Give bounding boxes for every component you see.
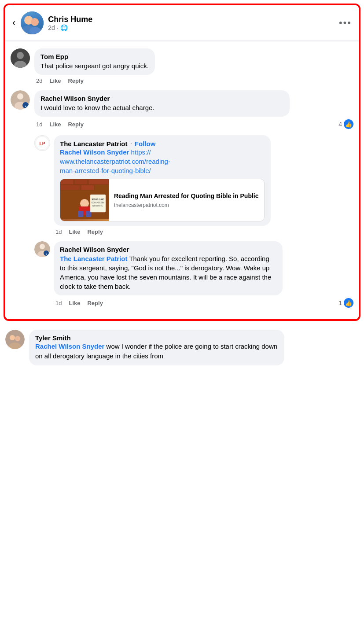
post-meta: 2d · 🌐 <box>48 24 339 31</box>
svg-point-8 <box>17 93 23 99</box>
svg-rect-16 <box>60 179 74 184</box>
dot-separator: · <box>130 140 132 147</box>
back-button[interactable]: ‹ <box>12 17 15 29</box>
comment-actions: 1d Like Reply <box>54 228 271 235</box>
comment-actions: 2d Like Reply <box>34 77 155 84</box>
comment-time: 1d <box>55 300 62 306</box>
svg-text:NO MORE: NO MORE <box>92 204 103 207</box>
article-title: Reading Man Arrested for Quoting Bible i… <box>114 192 259 200</box>
reply-button[interactable]: Reply <box>68 77 83 84</box>
reply-button[interactable]: Reply <box>87 300 103 306</box>
comment-bubble: The Lancaster Patriot · Follow Rachel Wi… <box>54 135 271 226</box>
like-button[interactable]: Like <box>69 300 80 306</box>
comment-text: I would love to know the actual charge. <box>40 103 283 112</box>
svg-rect-23 <box>78 211 83 217</box>
lp-header: The Lancaster Patriot · Follow <box>60 140 265 147</box>
bottom-comments-section: Tyler Smith Rachel Wilson Snyder wow I w… <box>0 324 364 365</box>
article-preview[interactable]: JESUS SAID GO AND SIN NO MORE Reading Ma… <box>60 179 265 221</box>
svg-text:JESUS SAID: JESUS SAID <box>91 198 104 201</box>
poster-name: Chris Hume <box>48 15 339 24</box>
reaction-number: 1 <box>338 299 342 306</box>
reaction-count: 1 👍 <box>338 298 353 308</box>
meta-separator: · <box>57 24 59 31</box>
comment-tom-epp: Tom Epp That police sergeant got angry q… <box>11 48 353 84</box>
comment-bubble: Tyler Smith Rachel Wilson Snyder wow I w… <box>29 330 284 365</box>
like-icon: 👍 <box>344 119 353 129</box>
more-options-button[interactable]: ••• <box>339 17 352 29</box>
reply-button[interactable]: Reply <box>87 228 103 235</box>
comments-area: Tom Epp That police sergeant got angry q… <box>5 43 359 319</box>
rachel-avatar-icon: ★ <box>11 90 30 110</box>
comment-tyler: Tyler Smith Rachel Wilson Snyder wow I w… <box>5 330 359 365</box>
comment-time: 1d <box>55 228 62 235</box>
comment-link-text: Rachel Wilson Snyder https://www.thelanc… <box>60 147 265 175</box>
svg-point-35 <box>10 335 15 340</box>
comment-actions: 1d Like Reply 4 👍 <box>34 119 353 129</box>
avatar <box>5 330 25 349</box>
svg-point-1 <box>31 18 39 26</box>
avatar: ★ <box>11 90 30 110</box>
comment-rachel-2: ★ Rachel Wilson Snyder The Lancaster Pat… <box>34 241 353 308</box>
rachel-avatar2-icon: ★ <box>34 241 50 257</box>
like-button[interactable]: Like <box>49 121 61 128</box>
svg-point-5 <box>17 52 24 59</box>
article-image-icon: JESUS SAID GO AND SIN NO MORE <box>60 179 109 219</box>
post-time: 2d <box>48 24 55 31</box>
avatar <box>21 11 44 34</box>
nested-reply-lp: LP The Lancaster Patriot · Follow Rachel… <box>34 135 353 235</box>
comment-text: The Lancaster Patriot Thank you for exce… <box>60 254 276 291</box>
svg-rect-20 <box>81 185 94 190</box>
svg-point-36 <box>15 336 20 341</box>
comment-author: Tom Epp <box>40 53 149 60</box>
comment-time: 2d <box>36 77 42 84</box>
avatar: LP <box>34 135 50 151</box>
reaction-count: 4 👍 <box>338 119 353 129</box>
like-button[interactable]: Like <box>49 77 61 84</box>
mention-name: Rachel Wilson Snyder <box>60 148 129 156</box>
comment-text: Rachel Wilson Snyder wow I wonder if the… <box>35 342 278 361</box>
svg-rect-19 <box>60 185 80 190</box>
svg-point-30 <box>40 244 45 249</box>
svg-rect-17 <box>74 179 88 184</box>
like-icon: 👍 <box>344 298 353 308</box>
reaction-number: 4 <box>338 121 342 128</box>
post-header: ‹ Chris Hume 2d · 🌐 <box>5 5 359 41</box>
tyler-avatar-icon <box>5 330 25 349</box>
mention-name: Rachel Wilson Snyder <box>35 343 104 350</box>
avatar <box>11 48 30 68</box>
comment-lancaster: LP The Lancaster Patriot · Follow Rachel… <box>34 135 353 235</box>
comment-rachel-1: ★ Rachel Wilson Snyder I would love to k… <box>11 90 353 129</box>
globe-icon: 🌐 <box>60 24 68 31</box>
article-source: thelancasterpatriot.com <box>114 202 259 208</box>
comment-time: 1d <box>36 121 42 128</box>
article-thumbnail: JESUS SAID GO AND SIN NO MORE <box>60 179 109 221</box>
comment-bubble: Rachel Wilson Snyder The Lancaster Patri… <box>54 241 283 295</box>
article-info: Reading Man Arrested for Quoting Bible i… <box>109 179 264 221</box>
svg-text:GO AND SIN: GO AND SIN <box>91 201 104 204</box>
follow-button[interactable]: Follow <box>135 140 156 147</box>
like-button[interactable]: Like <box>69 228 80 235</box>
comment-bubble: Tom Epp That police sergeant got angry q… <box>34 48 155 75</box>
header-info: Chris Hume 2d · 🌐 <box>48 15 339 31</box>
tom-epp-avatar-icon <box>11 48 30 68</box>
nested-reply-rachel: ★ Rachel Wilson Snyder The Lancaster Pat… <box>34 241 353 308</box>
avatar: ★ <box>34 241 50 257</box>
profile-photo-icon <box>21 11 44 34</box>
comment-author: The Lancaster Patriot <box>60 140 127 147</box>
lancaster-patriot-avatar-icon: LP <box>34 135 50 151</box>
mention-name: The Lancaster Patriot <box>60 255 127 262</box>
comment-author: Rachel Wilson Snyder <box>60 246 276 253</box>
svg-text:LP: LP <box>40 141 45 146</box>
reply-button[interactable]: Reply <box>68 121 83 128</box>
comment-author: Tyler Smith <box>35 334 278 342</box>
comment-author: Rachel Wilson Snyder <box>40 95 283 102</box>
svg-rect-18 <box>88 179 109 184</box>
comment-actions: 1d Like Reply 1 👍 <box>54 298 353 308</box>
comment-bubble: Rachel Wilson Snyder I would love to kno… <box>34 90 290 117</box>
comment-text: That police sergeant got angry quick. <box>40 61 149 70</box>
